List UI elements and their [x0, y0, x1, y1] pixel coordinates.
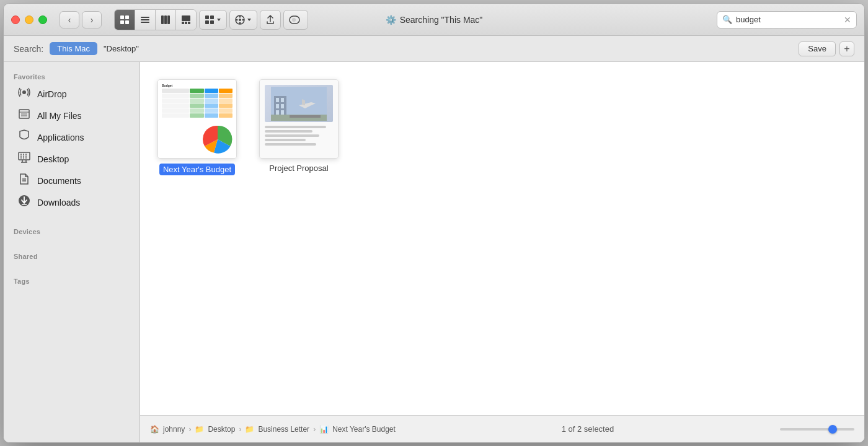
svg-rect-6 — [141, 22, 149, 23]
gallery-view-button[interactable] — [176, 10, 196, 30]
breadcrumb-business-letter-label: Business Letter — [258, 425, 309, 434]
sidebar-item-label: Applications — [37, 133, 84, 142]
file-item-proposal[interactable]: Project Proposal — [254, 74, 343, 180]
devices-label: Devices — [4, 223, 140, 238]
maximize-button[interactable] — [38, 15, 47, 24]
minimize-button[interactable] — [25, 15, 33, 24]
all-my-files-icon — [17, 108, 31, 123]
svg-rect-16 — [205, 20, 209, 24]
svg-rect-50 — [281, 110, 284, 115]
sidebar-item-label: Desktop — [37, 154, 69, 164]
proposal-file-label: Project Proposal — [269, 164, 328, 173]
svg-point-23 — [242, 19, 244, 20]
group-button[interactable] — [199, 10, 227, 30]
search-input[interactable] — [736, 15, 840, 24]
file-item-budget[interactable]: Budget — [153, 74, 242, 180]
svg-rect-4 — [141, 17, 149, 18]
svg-rect-11 — [182, 22, 184, 24]
sidebar-spacer3 — [4, 263, 140, 273]
search-box[interactable]: 🔍 ✕ — [717, 11, 857, 28]
svg-rect-0 — [120, 15, 124, 19]
sidebar-item-label: All My Files — [37, 111, 82, 121]
zoom-slider-thumb[interactable] — [828, 425, 837, 434]
desktop-scope-text[interactable]: "Desktop" — [104, 44, 139, 53]
breadcrumb-sep-2: › — [239, 425, 241, 434]
save-button[interactable]: Save — [799, 42, 836, 56]
add-criteria-button[interactable]: + — [839, 42, 854, 56]
svg-rect-49 — [276, 110, 279, 115]
breadcrumb-chart-icon: 📊 — [319, 425, 329, 434]
window-body: Favorites AirDrop — [4, 62, 864, 442]
svg-rect-52 — [290, 115, 321, 118]
sidebar-item-airdrop[interactable]: AirDrop — [7, 83, 136, 105]
this-mac-scope-button[interactable]: This Mac — [50, 42, 97, 55]
sidebar-item-documents[interactable]: Documents — [7, 170, 136, 191]
breadcrumb-sep-3: › — [313, 425, 316, 434]
svg-rect-8 — [164, 15, 167, 24]
status-text: 1 of 2 selected — [396, 424, 780, 434]
svg-rect-2 — [120, 20, 124, 24]
breadcrumb-sep-1: › — [188, 425, 191, 434]
slider-area — [780, 428, 854, 431]
svg-rect-25 — [292, 18, 296, 22]
close-button[interactable] — [11, 15, 20, 24]
documents-icon — [17, 173, 31, 188]
window-title: ⚙️ Searching "This Mac" — [386, 15, 483, 25]
svg-rect-47 — [276, 104, 279, 108]
desktop-icon — [17, 151, 31, 167]
title-icon: ⚙️ — [386, 15, 396, 25]
traffic-lights — [11, 15, 47, 24]
search-icon: 🔍 — [722, 15, 732, 24]
zoom-slider[interactable] — [780, 428, 854, 431]
svg-rect-13 — [188, 22, 190, 24]
search-label: Search: — [14, 44, 43, 54]
search-clear-button[interactable]: ✕ — [844, 15, 851, 25]
back-button[interactable]: ‹ — [60, 11, 79, 28]
airdrop-icon — [17, 86, 31, 102]
sidebar-spacer2 — [4, 238, 140, 248]
svg-point-21 — [239, 22, 241, 24]
breadcrumb-home-icon: 🏠 — [150, 425, 159, 434]
sidebar-item-all-my-files[interactable]: All My Files — [7, 105, 136, 126]
svg-rect-10 — [182, 15, 190, 21]
svg-rect-14 — [205, 15, 209, 19]
column-view-button[interactable] — [156, 10, 176, 30]
breadcrumb-budget-label: Next Year's Budget — [332, 425, 396, 434]
svg-point-19 — [239, 19, 241, 21]
budget-pie-chart — [202, 123, 234, 155]
svg-rect-7 — [161, 15, 164, 24]
icon-view-button[interactable] — [115, 10, 135, 30]
proposal-thumbnail — [259, 79, 339, 159]
share-button[interactable] — [260, 10, 281, 30]
sidebar-item-downloads[interactable]: Downloads — [7, 191, 136, 213]
title-text: Searching "This Mac" — [400, 15, 483, 25]
svg-point-26 — [22, 90, 26, 94]
svg-rect-5 — [141, 19, 149, 20]
sidebar-item-label: AirDrop — [37, 89, 66, 99]
proposal-text-lines — [265, 126, 333, 146]
search-scope-row: Search: This Mac "Desktop" Save + — [4, 36, 864, 62]
view-mode-group — [114, 9, 197, 30]
action-button[interactable] — [229, 10, 257, 30]
nav-buttons: ‹ › — [60, 11, 102, 28]
search-actions: Save + — [799, 42, 854, 56]
sidebar-item-desktop[interactable]: Desktop — [7, 148, 136, 170]
breadcrumb-home-label: johnny — [163, 425, 185, 434]
main-content: Budget — [140, 62, 864, 442]
tag-button[interactable] — [283, 10, 308, 30]
svg-rect-9 — [167, 15, 170, 24]
sidebar-item-label: Downloads — [37, 198, 80, 208]
svg-point-20 — [239, 15, 241, 17]
budget-thumbnail: Budget — [157, 79, 237, 159]
breadcrumb-desktop-label: Desktop — [208, 425, 235, 434]
favorites-label: Favorites — [4, 68, 140, 83]
sidebar-item-applications[interactable]: Applications — [7, 126, 136, 148]
list-view-button[interactable] — [135, 10, 156, 30]
svg-rect-45 — [276, 98, 279, 102]
breadcrumb: 🏠 johnny › 📁 Desktop › 📁 Business Letter… — [150, 425, 396, 434]
sidebar: Favorites AirDrop — [4, 62, 140, 442]
svg-rect-17 — [210, 20, 214, 24]
forward-button[interactable]: › — [82, 11, 102, 28]
finder-window: ‹ › — [3, 3, 865, 443]
svg-rect-48 — [281, 104, 284, 108]
